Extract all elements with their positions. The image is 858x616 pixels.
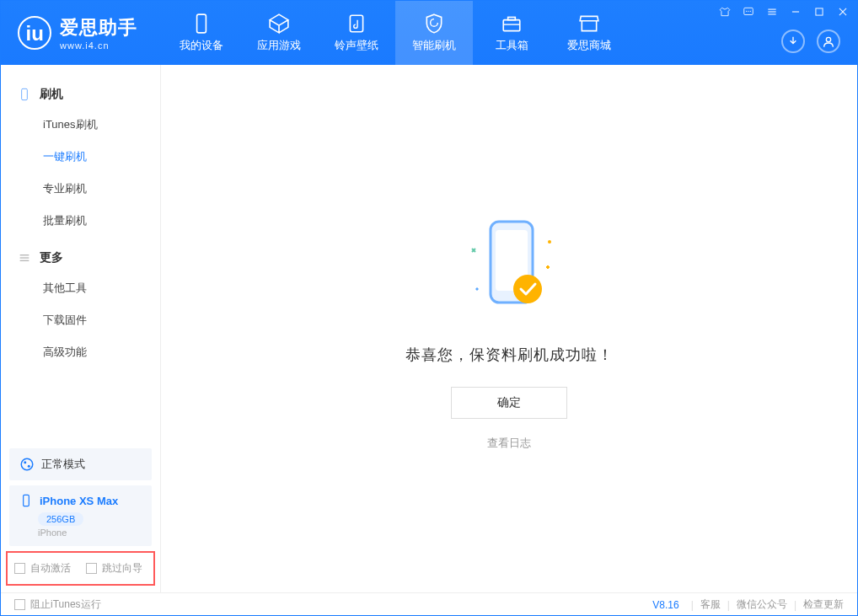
view-log-link[interactable]: 查看日志 <box>487 436 531 451</box>
auto-activate-checkbox[interactable]: 自动激活 <box>14 561 71 576</box>
svg-rect-14 <box>816 8 823 15</box>
sidebar: 刷机 iTunes刷机 一键刷机 专业刷机 批量刷机 更多 其他工具 下载固件 … <box>1 65 161 592</box>
sidebar-group-flash[interactable]: 刷机 <box>1 80 160 109</box>
account-button[interactable] <box>817 29 840 53</box>
user-icon <box>822 35 835 48</box>
sidebar-item-other-tools[interactable]: 其他工具 <box>1 272 160 304</box>
device-card[interactable]: iPhone XS Max 256GB iPhone <box>9 485 152 546</box>
svg-point-23 <box>24 461 26 463</box>
svg-rect-3 <box>503 20 520 31</box>
sidebar-item-advanced[interactable]: 高级功能 <box>1 336 160 368</box>
cube-icon <box>268 13 290 35</box>
svg-point-9 <box>750 11 751 12</box>
mode-label: 正常模式 <box>41 457 85 472</box>
svg-rect-18 <box>22 88 28 99</box>
nav-label: 工具箱 <box>496 38 528 53</box>
nav-toolbox[interactable]: 工具箱 <box>473 1 550 65</box>
shield-icon <box>423 13 445 35</box>
nav-label: 我的设备 <box>180 38 223 53</box>
footer-link-support[interactable]: 客服 <box>700 597 721 612</box>
svg-point-17 <box>826 37 830 41</box>
nav-apps-games[interactable]: 应用游戏 <box>240 1 318 65</box>
footer: 阻止iTunes运行 V8.16 | 客服 | 微信公众号 | 检查更新 <box>1 592 857 616</box>
download-button[interactable] <box>781 29 805 53</box>
svg-text:iu: iu <box>26 22 44 45</box>
shirt-icon[interactable] <box>719 6 731 18</box>
app-subtitle: www.i4.cn <box>60 40 137 51</box>
svg-point-22 <box>21 458 33 470</box>
svg-point-8 <box>748 11 748 12</box>
success-illustration <box>450 206 568 328</box>
sidebar-item-batch-flash[interactable]: 批量刷机 <box>1 205 160 237</box>
feedback-icon[interactable] <box>743 6 754 18</box>
menu-icon[interactable] <box>766 6 778 18</box>
nav-store[interactable]: 爱思商城 <box>550 1 628 65</box>
version-label: V8.16 <box>652 599 678 611</box>
nav-label: 铃声壁纸 <box>335 38 378 53</box>
logo[interactable]: iu 爱思助手 www.i4.cn <box>1 15 154 51</box>
main-nav: 我的设备 应用游戏 铃声壁纸 智能刷机 工具箱 爱思商城 <box>163 1 628 65</box>
svg-rect-25 <box>24 495 29 506</box>
download-icon <box>786 35 800 48</box>
nav-smart-flash[interactable]: 智能刷机 <box>395 1 473 65</box>
sidebar-item-download-firmware[interactable]: 下载固件 <box>1 304 160 336</box>
svg-point-24 <box>28 465 30 468</box>
checkbox-icon <box>86 563 97 574</box>
nav-ringtone-wallpaper[interactable]: 铃声壁纸 <box>318 1 395 65</box>
nav-label: 爱思商城 <box>567 38 611 53</box>
device-type-label: iPhone <box>38 528 142 538</box>
phone-icon <box>19 494 33 507</box>
svg-rect-1 <box>197 14 206 33</box>
phone-icon <box>18 88 31 101</box>
sidebar-item-oneclick-flash[interactable]: 一键刷机 <box>1 141 160 173</box>
svg-point-29 <box>548 240 551 244</box>
checkbox-icon <box>14 599 25 610</box>
nav-label: 应用游戏 <box>257 38 301 53</box>
device-icon <box>190 13 212 35</box>
sidebar-group-more[interactable]: 更多 <box>1 244 160 272</box>
device-capacity-badge: 256GB <box>38 512 83 526</box>
refresh-icon <box>19 457 35 472</box>
close-icon[interactable] <box>837 6 849 18</box>
store-icon <box>578 13 600 35</box>
device-name-label: iPhone XS Max <box>40 495 118 507</box>
app-title: 爱思助手 <box>60 15 137 40</box>
success-message: 恭喜您，保资料刷机成功啦！ <box>405 345 614 365</box>
skip-guide-checkbox[interactable]: 跳过向导 <box>86 561 142 576</box>
ok-button[interactable]: 确定 <box>451 387 567 419</box>
svg-rect-4 <box>508 17 516 19</box>
sidebar-item-pro-flash[interactable]: 专业刷机 <box>1 173 160 205</box>
svg-point-7 <box>746 11 747 12</box>
footer-link-wechat[interactable]: 微信公众号 <box>737 597 787 612</box>
music-file-icon <box>346 13 367 35</box>
nav-label: 智能刷机 <box>412 38 456 53</box>
svg-point-28 <box>513 275 542 303</box>
footer-link-update[interactable]: 检查更新 <box>803 597 844 612</box>
svg-rect-2 <box>350 15 362 32</box>
maximize-icon[interactable] <box>813 6 825 18</box>
header: iu 爱思助手 www.i4.cn 我的设备 应用游戏 铃声壁纸 智能刷机 工具… <box>1 1 857 65</box>
app-logo-icon: iu <box>18 16 51 50</box>
highlighted-options: 自动激活 跳过向导 <box>6 551 155 586</box>
main-content: 恭喜您，保资料刷机成功啦！ 确定 查看日志 <box>161 65 857 592</box>
block-itunes-checkbox[interactable]: 阻止iTunes运行 <box>14 597 101 612</box>
minimize-icon[interactable] <box>790 6 802 18</box>
header-actions <box>781 29 840 53</box>
window-controls <box>719 6 849 18</box>
nav-my-device[interactable]: 我的设备 <box>163 1 240 65</box>
checkbox-icon <box>14 563 25 574</box>
list-icon <box>18 251 31 265</box>
device-mode-button[interactable]: 正常模式 <box>9 448 152 480</box>
toolbox-icon <box>501 13 523 35</box>
sidebar-item-itunes-flash[interactable]: iTunes刷机 <box>1 109 160 141</box>
